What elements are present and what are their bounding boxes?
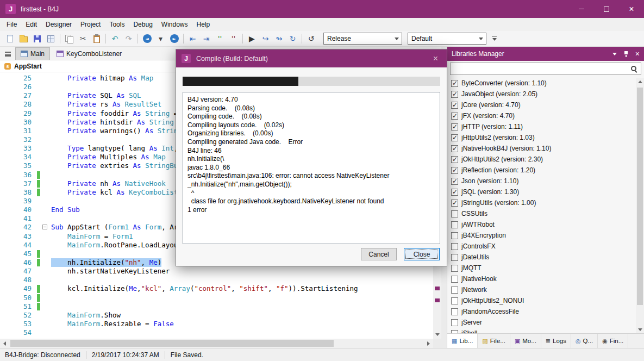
- library-item[interactable]: jNetwork: [447, 284, 636, 295]
- step-over-icon[interactable]: ↬: [273, 33, 285, 45]
- line-number[interactable]: 26: [0, 83, 37, 91]
- scroll-down-button[interactable]: [433, 331, 441, 339]
- library-checkbox[interactable]: [451, 221, 458, 228]
- rebuild-icon[interactable]: ↺: [305, 33, 317, 45]
- library-checkbox[interactable]: [451, 308, 458, 315]
- library-checkbox[interactable]: [451, 200, 458, 207]
- library-checkbox[interactable]: [451, 254, 458, 261]
- line-number[interactable]: 46: [0, 258, 37, 267]
- designer-icon[interactable]: [45, 33, 57, 45]
- line-number[interactable]: 27: [0, 91, 37, 100]
- code-line[interactable]: 52 MainForm.Show: [0, 311, 433, 320]
- menu-edit[interactable]: Edit: [21, 18, 41, 30]
- menu-file[interactable]: File: [2, 18, 21, 30]
- library-item[interactable]: jNativeHookB4J (version: 1.10): [447, 143, 636, 154]
- build-configuration-select[interactable]: Release: [323, 33, 402, 45]
- undo-icon[interactable]: ↶: [109, 33, 121, 45]
- maximize-button[interactable]: [594, 0, 619, 18]
- panel-close-icon[interactable]: [635, 50, 640, 58]
- fold-collapse-icon[interactable]: −: [42, 225, 47, 229]
- navigate-forward-icon[interactable]: ►: [168, 33, 180, 45]
- line-number[interactable]: 50: [0, 294, 37, 302]
- line-number[interactable]: 45: [0, 250, 37, 258]
- cancel-button[interactable]: Cancel: [361, 248, 397, 260]
- tab-list-button[interactable]: [2, 48, 14, 60]
- tab-keycombolistener[interactable]: KeyComboListener: [51, 47, 127, 60]
- library-checkbox[interactable]: [451, 102, 458, 109]
- line-number[interactable]: 29: [0, 109, 37, 118]
- library-item[interactable]: JavaObject (version: 2.05): [447, 89, 636, 99]
- library-item[interactable]: jFX (version: 4.70): [447, 110, 636, 121]
- library-item[interactable]: jMQTT: [447, 263, 636, 273]
- menu-project[interactable]: Project: [76, 18, 105, 30]
- library-checkbox[interactable]: [451, 80, 458, 87]
- resume-icon[interactable]: ↻: [286, 33, 299, 45]
- copy-icon[interactable]: [63, 33, 76, 45]
- line-number[interactable]: 35: [0, 161, 37, 170]
- libraries-scrollbar[interactable]: [636, 78, 644, 334]
- library-item[interactable]: jOkHttpUtils2 (version: 2.30): [447, 154, 636, 165]
- library-item[interactable]: jHTTP (version: 1.11): [447, 121, 636, 132]
- library-item[interactable]: jAWTRobot: [447, 219, 636, 230]
- new-file-icon[interactable]: [4, 33, 16, 45]
- scroll-right-button[interactable]: [424, 339, 433, 348]
- line-number[interactable]: 48: [0, 276, 37, 284]
- library-checkbox[interactable]: [451, 123, 458, 130]
- comment-icon[interactable]: '': [214, 33, 226, 45]
- library-item[interactable]: jOkHttpUtils2_NONUI: [447, 295, 636, 306]
- library-checkbox[interactable]: [451, 156, 458, 163]
- scrollbar-track[interactable]: [9, 339, 424, 348]
- editor-horizontal-scrollbar[interactable]: [0, 339, 433, 348]
- line-number[interactable]: 53: [0, 320, 37, 328]
- library-checkbox[interactable]: [451, 297, 458, 304]
- menu-help[interactable]: Help: [192, 18, 215, 30]
- line-number[interactable]: 37: [0, 179, 37, 188]
- line-number[interactable]: 39: [0, 197, 37, 206]
- library-item[interactable]: jSQL (version: 1.30): [447, 186, 636, 197]
- line-number[interactable]: 54: [0, 328, 37, 337]
- line-number[interactable]: 28: [0, 100, 37, 109]
- library-item[interactable]: ByteConverter (version: 1.10): [447, 78, 636, 89]
- code-line[interactable]: 53 MainForm.Resizable = False: [0, 320, 433, 328]
- code-line[interactable]: 49 kcl.Initialize(Me,"kcl", Array("contr…: [0, 284, 433, 293]
- indent-icon[interactable]: ⇥: [200, 33, 212, 45]
- close-dialog-button[interactable]: Close: [404, 248, 440, 260]
- toolbar-overflow-button[interactable]: [492, 36, 497, 41]
- save-icon[interactable]: [31, 33, 43, 45]
- line-number[interactable]: 51: [0, 302, 37, 311]
- menu-tools[interactable]: Tools: [105, 18, 129, 30]
- library-checkbox[interactable]: [451, 265, 458, 272]
- line-number[interactable]: 38: [0, 188, 37, 197]
- run-icon[interactable]: ▶: [246, 33, 258, 45]
- line-number[interactable]: 33: [0, 144, 37, 153]
- scrollbar-thumb[interactable]: [10, 340, 334, 347]
- menu-debug[interactable]: Debug: [129, 18, 157, 30]
- layout-variant-select[interactable]: Default: [408, 33, 486, 45]
- library-item[interactable]: jNativeHook: [447, 273, 636, 284]
- library-item[interactable]: jServer: [447, 317, 636, 328]
- code-line[interactable]: 48: [0, 276, 433, 284]
- library-checkbox[interactable]: [451, 287, 458, 294]
- library-checkbox[interactable]: [451, 319, 458, 326]
- line-number[interactable]: 34: [0, 153, 37, 161]
- line-number[interactable]: 49: [0, 284, 37, 293]
- line-number[interactable]: 52: [0, 311, 37, 320]
- library-checkbox[interactable]: [451, 167, 458, 174]
- back-history-caret-icon[interactable]: ▾: [154, 33, 167, 45]
- library-checkbox[interactable]: [451, 232, 458, 239]
- library-item[interactable]: jStringUtils (version: 1.00): [447, 197, 636, 208]
- scroll-up-button[interactable]: [636, 78, 644, 86]
- panel-tab-lib[interactable]: ▦Lib...: [447, 334, 478, 348]
- library-checkbox[interactable]: [451, 189, 458, 196]
- library-item[interactable]: jCore (version: 4.70): [447, 99, 636, 110]
- line-number[interactable]: 25: [0, 74, 37, 83]
- cut-icon[interactable]: ✂: [77, 33, 89, 45]
- compile-log[interactable]: B4J version: 4.70Parsing code. (0.08s)Co…: [183, 92, 440, 244]
- line-number[interactable]: 40: [0, 206, 37, 214]
- menu-designer[interactable]: Designer: [41, 18, 76, 30]
- library-checkbox[interactable]: [451, 276, 458, 283]
- line-number[interactable]: 30: [0, 118, 37, 127]
- line-number[interactable]: 32: [0, 135, 37, 144]
- library-item[interactable]: jB4XEncryption: [447, 230, 636, 241]
- library-item[interactable]: Json (version: 1.10): [447, 176, 636, 186]
